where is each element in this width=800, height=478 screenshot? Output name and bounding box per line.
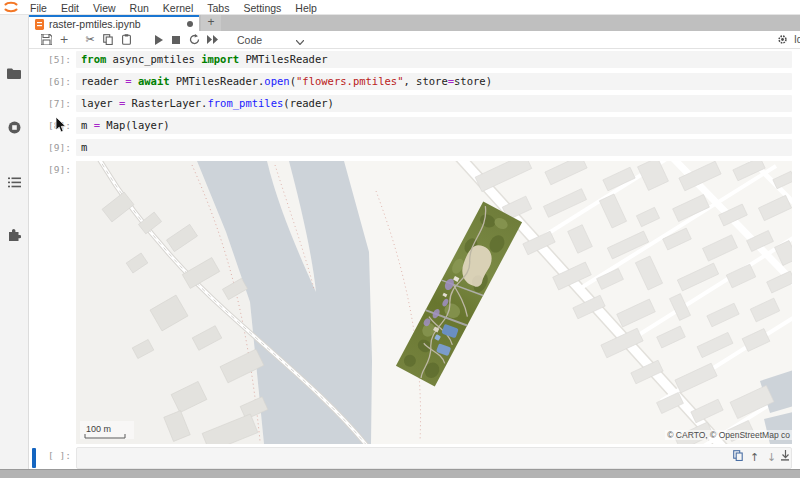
duplicate-cell-icon[interactable]	[729, 450, 746, 464]
code-cells: [5]:from async_pmtiles import PMTilesRea…	[29, 48, 800, 156]
cell-type-dropdown[interactable]: Code	[237, 34, 262, 46]
jupyter-logo-icon	[3, 1, 19, 13]
cell-toolbar: ↑ ↓	[729, 450, 789, 464]
execution-count: [7]:	[29, 95, 76, 112]
map-output[interactable]: 100 m © CARTO, © OpenStreetMap co	[76, 161, 792, 444]
tab-raster-pmtiles[interactable]: raster-pmtiles.ipynb	[29, 15, 199, 31]
code-cell-editor[interactable]: m	[76, 139, 792, 156]
empty-cell: [ ]: ↑ ↓	[29, 447, 800, 469]
extension-manager-icon[interactable]	[0, 220, 28, 248]
scale-label: 100 m	[86, 424, 111, 434]
paste-cells-button[interactable]	[117, 32, 135, 47]
code-cell-row: [5]:from async_pmtiles import PMTilesRea…	[29, 51, 800, 68]
empty-cell-editor[interactable]: ↑ ↓	[76, 447, 792, 469]
notebook-toolbar: + ✂ Code Id	[29, 31, 800, 49]
kernel-status-label: Id	[794, 34, 800, 45]
menu-edit[interactable]: Edit	[54, 2, 86, 14]
menu-tabs[interactable]: Tabs	[200, 2, 236, 14]
file-browser-icon[interactable]	[0, 59, 28, 87]
code-cell-editor[interactable]: from async_pmtiles import PMTilesReader	[76, 51, 792, 68]
tab-title: raster-pmtiles.ipynb	[49, 18, 181, 30]
menu-help[interactable]: Help	[288, 2, 324, 14]
tab-bar: raster-pmtiles.ipynb +	[29, 15, 800, 31]
output-area: [9]:	[29, 161, 800, 444]
menu-run[interactable]: Run	[123, 2, 156, 14]
insert-cell-button[interactable]: +	[55, 32, 73, 47]
running-sessions-icon[interactable]	[0, 113, 28, 141]
cut-cells-button[interactable]: ✂	[81, 32, 99, 47]
code-cell-editor[interactable]: reader = await PMTilesReader.open("flowe…	[76, 73, 792, 90]
notebook-content: [5]:from async_pmtiles import PMTilesRea…	[29, 48, 800, 470]
map-attribution[interactable]: © CARTO, © OpenStreetMap co	[665, 430, 792, 440]
code-cell-editor[interactable]: layer = RasterLayer.from_pmtiles(reader)	[76, 95, 792, 112]
save-button[interactable]	[37, 32, 55, 47]
code-cell-row: [6]:reader = await PMTilesReader.open("f…	[29, 73, 800, 90]
execution-count: [6]:	[29, 73, 76, 90]
active-cell-indicator	[32, 448, 36, 468]
move-cell-up-icon[interactable]: ↑	[746, 451, 763, 464]
notebook-icon	[35, 19, 44, 30]
run-all-cells-button[interactable]	[203, 32, 221, 47]
execution-count: [8]:	[29, 117, 76, 134]
left-sidebar	[0, 15, 29, 470]
code-cell-row: [7]:layer = RasterLayer.from_pmtiles(rea…	[29, 95, 800, 112]
chevron-down-icon[interactable]	[296, 31, 304, 49]
menu-settings[interactable]: Settings	[236, 2, 288, 14]
jupyterlab-window: FileEditViewRunKernelTabsSettingsHelp	[0, 0, 800, 478]
status-bar	[0, 469, 800, 478]
code-cell-row: [8]:m = Map(layer)	[29, 117, 800, 134]
move-cell-down-icon[interactable]: ↓	[763, 451, 780, 464]
restart-kernel-button[interactable]	[185, 32, 203, 47]
copy-cells-button[interactable]	[99, 32, 117, 47]
unsaved-changes-dot[interactable]	[187, 21, 193, 27]
scale-control: 100 m	[80, 421, 134, 439]
execution-count: [9]:	[29, 139, 76, 156]
menu-kernel[interactable]: Kernel	[156, 2, 200, 14]
execution-count: [5]:	[29, 51, 76, 68]
empty-cell-prompt: [ ]:	[29, 447, 76, 469]
mouse-cursor	[55, 117, 66, 133]
code-cell-editor[interactable]: m = Map(layer)	[76, 117, 792, 134]
kernel-status-gear-icon[interactable]	[777, 34, 788, 45]
basemap: 100 m	[76, 161, 792, 444]
output-prompt: [9]:	[29, 161, 76, 444]
insert-cell-below-icon[interactable]	[780, 450, 789, 464]
interrupt-kernel-button[interactable]	[167, 32, 185, 47]
table-of-contents-icon[interactable]	[0, 168, 28, 196]
menu-bar: FileEditViewRunKernelTabsSettingsHelp	[0, 0, 800, 15]
menu-file[interactable]: File	[23, 2, 54, 14]
run-cell-button[interactable]	[149, 32, 167, 47]
menu-items: FileEditViewRunKernelTabsSettingsHelp	[23, 0, 324, 16]
menu-view[interactable]: View	[86, 2, 123, 14]
code-cell-row: [9]:m	[29, 139, 800, 156]
new-tab-button[interactable]: +	[201, 15, 221, 31]
